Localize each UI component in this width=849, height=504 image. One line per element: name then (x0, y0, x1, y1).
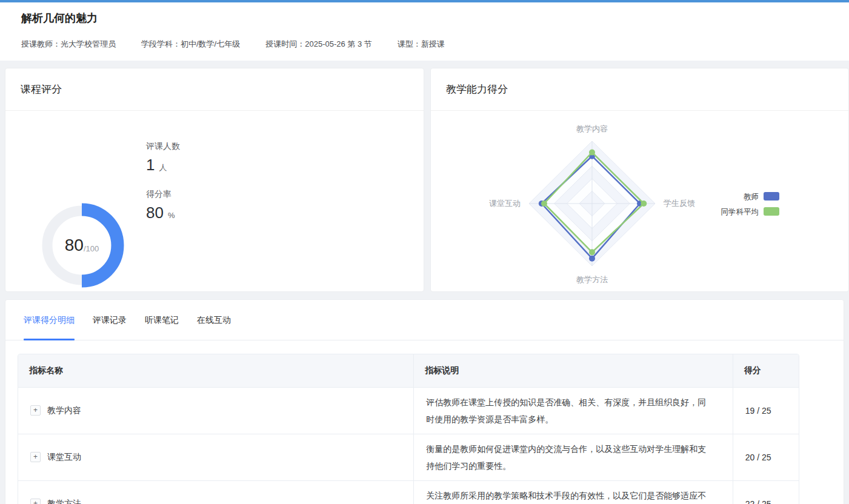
column-header-indicator-name: 指标名称 (18, 354, 414, 387)
page-title: 解析几何的魅力 (21, 11, 828, 25)
course-score-title: 课程评分 (21, 82, 62, 96)
indicator-name: 教学内容 (47, 405, 81, 416)
donut-score-value: 80 (65, 236, 84, 255)
expand-row-button[interactable]: + (30, 499, 41, 504)
expand-row-button[interactable]: + (30, 405, 41, 416)
tab-review-records[interactable]: 评课记录 (93, 300, 127, 340)
indicator-description: 衡量的是教师如何促进课堂内的交流与合作，以及这些互动对学生理解和支持他们学习的重… (426, 440, 720, 474)
indicator-score: 20 / 25 (745, 453, 771, 462)
stat-raters-value: 1 (146, 156, 155, 174)
teaching-ability-radar-chart: 教学内容学生反馈教学方法课堂互动教师同学科平均 (431, 111, 849, 293)
donut-score-max: /100 (84, 244, 99, 253)
details-tabs: 评课得分明细 评课记录 听课笔记 在线互动 (5, 300, 844, 340)
radar-axis-label: 教学内容 (576, 124, 608, 133)
teaching-ability-title: 教学能力得分 (446, 82, 508, 96)
stat-rate-unit: % (168, 211, 175, 220)
teaching-ability-card: 教学能力得分 教学内容学生反馈教学方法课堂互动教师同学科平均 (430, 68, 849, 292)
column-header-score: 得分 (733, 354, 799, 387)
indicator-score: 19 / 25 (745, 406, 771, 416)
svg-text:教师: 教师 (744, 193, 759, 201)
meta-time: 授课时间：2025-05-26 第 3 节 (265, 39, 372, 50)
meta-course-type: 课型：新授课 (398, 39, 445, 50)
stat-rate-value: 80 (146, 204, 164, 222)
donut-center-label: 80 /100 (36, 200, 127, 291)
radar-legend-item[interactable]: 同学科平均 (721, 207, 780, 216)
svg-text:同学科平均: 同学科平均 (721, 208, 759, 216)
indicator-table: 指标名称 指标说明 得分 + 教学内容 评估教师在课堂上传授的知识是否准确、相关… (18, 354, 799, 504)
tab-online-interaction[interactable]: 在线互动 (197, 300, 231, 340)
stat-raters-value-row: 1 人 (146, 156, 180, 174)
stat-raters-unit: 人 (159, 162, 167, 173)
page-header: 解析几何的魅力 授课教师：光大学校管理员 学段学科：初中/数学/七年级 授课时间… (0, 2, 849, 61)
radar-axis-label: 课堂互动 (489, 199, 521, 208)
expand-row-button[interactable]: + (30, 452, 41, 462)
indicator-score: 22 / 25 (745, 499, 771, 504)
meta-subject: 学段学科：初中/数学/七年级 (141, 39, 240, 50)
indicator-name: 课堂互动 (47, 452, 81, 463)
table-row: + 教学内容 评估教师在课堂上传授的知识是否准确、相关、有深度，并且组织良好，同… (18, 387, 799, 434)
indicator-description: 评估教师在课堂上传授的知识是否准确、相关、有深度，并且组织良好，同时使用的教学资… (426, 394, 720, 428)
stat-rate-label: 得分率 (146, 189, 180, 200)
meta-teacher: 授课教师：光大学校管理员 (21, 39, 116, 50)
table-row: + 课堂互动 衡量的是教师如何促进课堂内的交流与合作，以及这些互动对学生理解和支… (18, 434, 799, 480)
table-row: + 教学方法 关注教师所采用的教学策略和技术手段的有效性，以及它们是否能够适应不… (18, 480, 799, 504)
radar-axis-label: 学生反馈 (664, 199, 695, 208)
table-header-row: 指标名称 指标说明 得分 (18, 354, 799, 387)
stat-raters-label: 评课人数 (146, 141, 180, 152)
course-meta-row: 授课教师：光大学校管理员 学段学科：初中/数学/七年级 授课时间：2025-05… (21, 39, 828, 50)
score-stats: 评课人数 1 人 得分率 80 % (146, 141, 180, 237)
tab-listening-notes[interactable]: 听课笔记 (145, 300, 179, 340)
indicator-description: 关注教师所采用的教学策略和技术手段的有效性，以及它们是否能够适应不同的学习风格和… (426, 487, 720, 504)
column-header-indicator-desc: 指标说明 (414, 354, 733, 387)
score-donut-chart: 80 /100 (36, 200, 127, 291)
indicator-name: 教学方法 (47, 499, 81, 504)
radar-legend-item[interactable]: 教师 (744, 192, 779, 201)
details-card: 评课得分明细 评课记录 听课笔记 在线互动 指标名称 指标说明 得分 + 教学内… (5, 299, 844, 504)
course-score-card: 课程评分 80 /100 评课人数 1 人 得分率 80 % (5, 68, 424, 292)
tab-score-details[interactable]: 评课得分明细 (24, 300, 75, 340)
stat-rate-value-row: 80 % (146, 204, 180, 222)
radar-axis-label: 教学方法 (576, 275, 608, 284)
